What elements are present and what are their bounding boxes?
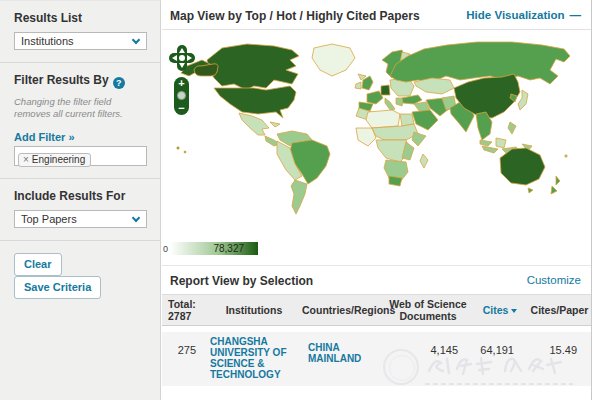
- collapse-icon: —: [570, 9, 582, 21]
- country-germany: [381, 85, 390, 95]
- col-header-institutions: Institutions: [206, 304, 302, 316]
- row-documents: 4,145: [384, 336, 472, 356]
- results-list-label: Results List: [14, 11, 148, 25]
- sort-descending-icon: [511, 309, 517, 313]
- customize-link[interactable]: Customize: [527, 274, 581, 288]
- chevron-down-icon: [132, 36, 140, 44]
- filter-tag-label: Engineering: [32, 154, 85, 165]
- include-results-label: Include Results For: [14, 189, 148, 203]
- row-count: 275: [162, 336, 206, 356]
- pan-up-icon[interactable]: [179, 48, 185, 53]
- country-saudi-arabia: [412, 110, 438, 130]
- country-mexico: [239, 113, 269, 135]
- island-sumatra: [482, 146, 498, 153]
- table-row: 275 CHANGSHA UNIVERSITY OF SCIENCE & TEC…: [162, 332, 591, 386]
- legend-min-value: 0: [163, 244, 168, 254]
- pan-down-icon[interactable]: [179, 63, 185, 68]
- country-greenland: [312, 44, 355, 76]
- filter-results-title: Filter Results By?: [14, 73, 148, 89]
- country-new-zealand-north: [556, 176, 560, 185]
- results-list-dropdown[interactable]: Institutions: [14, 32, 147, 50]
- pan-center-icon[interactable]: [179, 55, 185, 61]
- report-header: Report View by Selection Customize: [162, 267, 591, 294]
- country-link[interactable]: CHINA MAINLAND: [302, 336, 364, 364]
- country-philippines: [508, 122, 516, 134]
- results-list-section: Results List Institutions: [0, 1, 160, 63]
- island-tasmania: [528, 188, 533, 193]
- table-header-row: Total: 2787 Institutions Countries/Regio…: [162, 294, 591, 326]
- country-malaysia: [480, 140, 492, 146]
- choropleth-world-map[interactable]: [162, 35, 591, 237]
- row-cites: 64,191: [472, 336, 528, 356]
- country-canada: [207, 44, 299, 90]
- country-ireland: [355, 82, 361, 89]
- remove-filter-icon[interactable]: ×: [23, 154, 29, 165]
- map-view-header: Map View by Top / Hot / Highly Cited Pap…: [162, 0, 591, 30]
- report-section: Report View by Selection Customize Total…: [162, 267, 591, 386]
- filter-sidebar: Results List Institutions Filter Results…: [0, 0, 161, 400]
- filter-results-section: Filter Results By? Changing the filter f…: [0, 63, 160, 179]
- map-pan-control[interactable]: [169, 45, 195, 71]
- filter-note: Changing the filter field removes all cu…: [14, 96, 148, 121]
- region-horn-of-africa: [412, 132, 426, 146]
- include-results-section: Include Results For Top Papers: [0, 179, 160, 241]
- map-zoom-control: + −: [174, 77, 189, 115]
- island-dot: [565, 155, 567, 157]
- country-south-africa: [389, 176, 402, 186]
- help-icon[interactable]: ?: [113, 77, 125, 89]
- filter-tag-engineering[interactable]: ×Engineering: [18, 153, 91, 167]
- col-header-countries: Countries/Regions: [302, 304, 384, 316]
- map-color-legend: 0 78,327: [163, 242, 258, 255]
- region-algeria-libya: [366, 110, 400, 128]
- col-header-cites-per-paper: Cites/Paper: [528, 304, 591, 316]
- hide-visualization-link[interactable]: Hide Visualization—: [466, 9, 581, 21]
- report-title: Report View by Selection: [170, 274, 313, 288]
- country-usa: [214, 86, 296, 118]
- country-cuba: [270, 122, 280, 127]
- total-count: Total: 2787: [162, 298, 206, 322]
- clear-button[interactable]: Clear: [14, 253, 62, 276]
- island-borneo: [496, 138, 506, 148]
- include-results-dropdown[interactable]: Top Papers: [14, 210, 147, 228]
- region-central-asia: [414, 78, 454, 94]
- country-italy: [385, 98, 395, 111]
- pan-left-icon[interactable]: [172, 55, 177, 61]
- map-navigation-controls: + −: [169, 45, 195, 115]
- legend-max-value: 78,327: [213, 243, 244, 254]
- chevron-down-icon: [132, 213, 140, 221]
- zoom-out-button[interactable]: −: [178, 103, 184, 113]
- row-cites-per-paper: 15.49: [528, 336, 591, 356]
- save-criteria-button[interactable]: Save Criteria: [14, 276, 101, 299]
- col-header-cites-sort[interactable]: Cites: [472, 304, 528, 316]
- visualization-panel: Map View by Top / Hot / Highly Cited Pap…: [162, 0, 592, 400]
- globe-reset-icon[interactable]: [177, 91, 186, 100]
- map-view-title: Map View by Top / Hot / Highly Cited Pap…: [170, 9, 420, 23]
- world-map-area[interactable]: + − 0 78,327: [162, 31, 591, 266]
- island-dot: [177, 147, 179, 149]
- country-madagascar: [420, 154, 428, 168]
- results-list-selected: Institutions: [21, 35, 74, 47]
- country-new-zealand-south: [551, 186, 557, 194]
- region-argentina-chile: [291, 180, 307, 214]
- col-header-documents: Web of Science Documents: [384, 298, 472, 322]
- include-results-selected: Top Papers: [21, 213, 77, 225]
- country-australia: [500, 148, 545, 185]
- zoom-in-button[interactable]: +: [178, 78, 184, 88]
- country-russia: [390, 42, 570, 84]
- pan-right-icon[interactable]: [187, 55, 192, 61]
- legend-gradient-bar: 78,327: [170, 242, 258, 255]
- sidebar-buttons: Clear Save Criteria: [0, 241, 160, 311]
- island-dot: [184, 151, 186, 153]
- active-filters-box: ×Engineering: [14, 146, 147, 166]
- add-filter-link[interactable]: Add Filter »: [14, 131, 75, 143]
- institution-link[interactable]: CHANGSHA UNIVERSITY OF SCIENCE & TECHNOL…: [206, 336, 296, 380]
